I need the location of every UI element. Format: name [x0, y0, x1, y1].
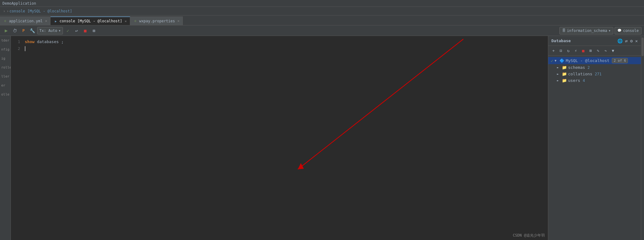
- tree-item-collations[interactable]: ► 📁 collations 271: [548, 71, 641, 77]
- breadcrumb-console: console [MySQL - @localhost]: [9, 9, 72, 13]
- app-title: DemoApplication: [2, 1, 36, 6]
- tree-root-mysql[interactable]: ✓ ▼ 🔷 MySQL - @localhost 2 of 6: [548, 57, 641, 64]
- code-line-1: show databases ;: [25, 38, 548, 45]
- breadcrumb-separator-1: ›: [3, 9, 5, 13]
- check-button[interactable]: ✓: [64, 27, 72, 34]
- tree-count-users: 4: [583, 78, 585, 83]
- tree-label-users: users: [568, 78, 580, 83]
- tab-application-yml[interactable]: ⚙ application.yml ✕: [0, 16, 51, 25]
- tab-console-mysql[interactable]: ▶ console [MySQL - @localhost] ✕: [51, 16, 130, 25]
- db-panel-header: Database 🌐 ⇄ ⚙ ✕: [548, 36, 641, 46]
- line-num-2: 2: [11, 45, 23, 52]
- database-panel: Database 🌐 ⇄ ⚙ ✕ + ⊡ ↻ ⚡ ■ ⊞ ✎ ↷ ▼ ✓ ▼ 🔷: [548, 36, 641, 240]
- keyword-databases: databases: [34, 39, 61, 45]
- tab-icon-wxpay-properties: ⚙: [133, 19, 138, 23]
- sidebar-item-2: nfig: [0, 45, 11, 54]
- tree-arrow-users: ►: [557, 79, 561, 82]
- tree-count-collations: 271: [595, 72, 602, 76]
- db-panel-title: Database: [551, 38, 615, 43]
- console-label: console: [623, 29, 639, 33]
- schema-icon: 🗄: [562, 29, 566, 33]
- tab-close-application-yml[interactable]: ✕: [45, 19, 47, 23]
- tab-icon-console-mysql: ▶: [54, 19, 58, 23]
- sidebar-item-4: rolle: [0, 63, 11, 72]
- breadcrumb-bar: › › console [MySQL - @localhost]: [0, 7, 644, 16]
- sidebar-item-3: ig: [0, 54, 11, 63]
- keyword-semi: ;: [61, 39, 64, 45]
- schema-label: information_schema: [567, 29, 607, 33]
- sidebar-item-7: olle: [0, 90, 11, 99]
- mysql-icon: 🔷: [559, 58, 564, 63]
- db-add-btn[interactable]: +: [550, 47, 557, 54]
- tab-wxpay-properties[interactable]: ⚙ wxpay.properties ✕: [130, 16, 183, 25]
- tab-label-console-mysql: console [MySQL - @localhost]: [60, 19, 122, 23]
- code-content[interactable]: show databases ;: [25, 36, 548, 240]
- mysql-check-icon: ✓: [551, 58, 553, 63]
- sidebar-item-6: er: [0, 81, 11, 90]
- main-content: tder nfig ig rolle ller er olle 1 2 show…: [0, 36, 644, 240]
- history-button[interactable]: ⏱: [11, 27, 19, 34]
- tx-label: Tx: Auto: [39, 29, 57, 33]
- schema-selector[interactable]: 🗄 information_schema ▾: [559, 27, 613, 34]
- tree-item-schemas[interactable]: ► 📁 schemas 2: [548, 64, 641, 71]
- tree-label-collations: collations: [568, 72, 592, 76]
- sidebar-item-5: ller: [0, 72, 11, 81]
- db-copy-btn[interactable]: ⊡: [558, 47, 564, 54]
- collations-folder-icon: 📁: [562, 72, 567, 76]
- db-toolbar: + ⊡ ↻ ⚡ ■ ⊞ ✎ ↷ ▼: [548, 46, 641, 56]
- tabs-bar: ⚙ application.yml ✕ ▶ console [MySQL - @…: [0, 16, 644, 25]
- table-button[interactable]: ⊞: [90, 27, 98, 34]
- line-num-1: 1: [11, 38, 23, 45]
- tab-close-wxpay-properties[interactable]: ✕: [178, 19, 180, 23]
- db-edit-btn[interactable]: ✎: [595, 47, 602, 54]
- breadcrumb-separator-2: ›: [7, 9, 9, 13]
- tree-arrow-schemas: ►: [557, 66, 561, 69]
- db-settings-icon[interactable]: ⚙: [630, 38, 633, 43]
- line-numbers: 1 2: [11, 36, 23, 55]
- db-globe-icon[interactable]: 🌐: [617, 38, 623, 43]
- stop-button[interactable]: ■: [82, 27, 89, 34]
- db-jump-btn[interactable]: ↷: [602, 47, 609, 54]
- undo-button[interactable]: ↩: [73, 27, 80, 34]
- tab-close-console-mysql[interactable]: ✕: [125, 19, 127, 23]
- tx-dropdown-icon: ▾: [59, 29, 61, 33]
- editor-area[interactable]: 1 2 show databases ; CSDN @追光少年羽: [11, 36, 548, 240]
- profile-button[interactable]: P: [20, 27, 27, 34]
- tree-arrow-root: ▼: [554, 59, 558, 62]
- top-bar: DemoApplication: [0, 0, 644, 7]
- db-table-btn[interactable]: ⊞: [587, 47, 594, 54]
- tree-label-schemas: schemas: [568, 65, 585, 70]
- right-scrollbar[interactable]: [641, 36, 644, 240]
- run-button[interactable]: ▶: [2, 27, 10, 34]
- db-tree[interactable]: ✓ ▼ 🔷 MySQL - @localhost 2 of 6 ► 📁 sche…: [548, 56, 641, 240]
- db-stop-btn[interactable]: ■: [580, 47, 587, 54]
- tx-selector[interactable]: Tx: Auto ▾: [37, 27, 63, 34]
- db-refresh-btn[interactable]: ↻: [565, 47, 572, 54]
- keyword-show: show: [25, 39, 34, 45]
- text-cursor: [25, 46, 25, 51]
- tree-arrow-collations: ►: [557, 72, 561, 76]
- db-split-icon[interactable]: ⇄: [625, 38, 628, 43]
- tree-count-schemas: 2: [588, 65, 590, 70]
- db-close-icon[interactable]: ✕: [635, 38, 638, 43]
- sidebar-item-1: tder: [0, 36, 11, 45]
- tree-root-label: MySQL - @localhost: [566, 58, 609, 63]
- tab-icon-application-yml: ⚙: [3, 19, 7, 23]
- schema-dropdown-icon: ▾: [608, 29, 611, 33]
- console-selector[interactable]: 💬 console: [615, 27, 642, 34]
- action-bar: ▶ ⏱ P 🔧 Tx: Auto ▾ ✓ ↩ ■ ⊞ 🗄 information…: [0, 25, 644, 36]
- left-sidebar: tder nfig ig rolle ller er olle: [0, 36, 11, 240]
- db-filter-btn[interactable]: ▼: [610, 47, 616, 54]
- console-icon: 💬: [617, 29, 622, 33]
- code-line-2: [25, 45, 548, 52]
- badge-2-of-6: 2 of 6: [612, 58, 628, 63]
- tab-label-application-yml: application.yml: [9, 19, 42, 23]
- scroll-thumb: [642, 38, 644, 56]
- watermark: CSDN @追光少年羽: [513, 233, 545, 238]
- tab-label-wxpay-properties: wxpay.properties: [139, 19, 175, 23]
- tree-item-users[interactable]: ► 📁 users 4: [548, 77, 641, 84]
- wrench-button[interactable]: 🔧: [29, 27, 36, 34]
- schemas-folder-icon: 📁: [562, 65, 567, 70]
- users-folder-icon: 📁: [562, 78, 567, 83]
- db-lightning-btn[interactable]: ⚡: [572, 47, 579, 54]
